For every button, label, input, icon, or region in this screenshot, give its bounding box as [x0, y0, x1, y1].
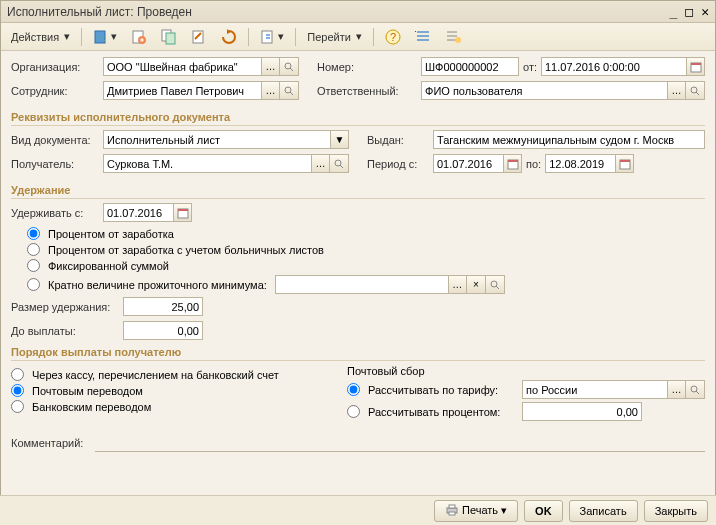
issued-input[interactable] [433, 130, 705, 149]
calendar-icon [619, 158, 631, 170]
calendar-icon [690, 61, 702, 73]
period-label: Период с: [367, 158, 429, 170]
responsible-input[interactable] [421, 81, 667, 100]
radio-tariff[interactable] [347, 383, 360, 396]
employee-label: Сотрудник: [11, 85, 99, 97]
svg-rect-9 [415, 31, 416, 32]
employee-input[interactable] [103, 81, 261, 100]
kind-dropdown-button[interactable]: ▼ [330, 130, 349, 149]
ok-button[interactable]: OK [524, 500, 563, 522]
radio-percent[interactable] [27, 227, 40, 240]
close-window-button[interactable]: ✕ [701, 4, 709, 19]
org-input[interactable] [103, 57, 261, 76]
calendar-icon [177, 207, 189, 219]
actions-label: Действия [11, 31, 59, 43]
tb-list-button[interactable] [409, 26, 437, 48]
svg-rect-26 [449, 505, 455, 508]
tb-basedon-button[interactable] [185, 26, 213, 48]
kind-input[interactable] [103, 130, 330, 149]
until-label: До выплаты: [11, 325, 119, 337]
write-button[interactable]: Записать [569, 500, 638, 522]
multiple-clear-button[interactable]: × [467, 275, 486, 294]
radio-fixed-label: Фиксированной суммой [48, 260, 169, 272]
responsible-select-button[interactable]: … [667, 81, 686, 100]
radio-multiple[interactable] [27, 278, 40, 291]
radio-multiple-label: Кратно величине прожиточного минимума: [48, 279, 267, 291]
recipient-label: Получатель: [11, 158, 99, 170]
recipient-input[interactable] [103, 154, 311, 173]
toolbar: Действия ▾ ▾ ▾ Перейти ▾ ? [1, 23, 715, 51]
issued-label: Выдан: [367, 134, 429, 146]
date-input[interactable] [541, 57, 686, 76]
size-label: Размер удержания: [11, 301, 119, 313]
size-input[interactable] [123, 297, 203, 316]
comment-label: Комментарий: [11, 437, 91, 449]
comment-input[interactable] [95, 434, 705, 452]
tb-refresh-button[interactable] [215, 26, 243, 48]
maximize-button[interactable]: □ [685, 4, 693, 19]
tariff-input[interactable] [522, 380, 667, 399]
withhold-from-label: Удерживать с: [11, 207, 99, 219]
radio-fixed[interactable] [27, 259, 40, 272]
recipient-search-button[interactable] [330, 154, 349, 173]
docreq-section-header: Реквизиты исполнительного документа [11, 111, 705, 126]
calendar-icon [507, 158, 519, 170]
window-controls: _ □ ✕ [670, 4, 709, 19]
radio-percent-sick[interactable] [27, 243, 40, 256]
multiple-select-button[interactable]: … [448, 275, 467, 294]
radio-post[interactable] [11, 384, 24, 397]
recipient-select-button[interactable]: … [311, 154, 330, 173]
svg-point-10 [455, 37, 461, 43]
radio-percent-label: Процентом от заработка [48, 228, 174, 240]
radio-percent-sick-label: Процентом от заработка с учетом больничн… [48, 244, 324, 256]
tb-settings-button[interactable] [439, 26, 467, 48]
number-input[interactable] [421, 57, 519, 76]
radio-cash[interactable] [11, 368, 24, 381]
radio-post-label: Почтовым переводом [32, 385, 143, 397]
percent-fee-input[interactable] [522, 402, 642, 421]
period-to-label: по: [526, 158, 541, 170]
radio-percent-fee-label: Рассчитывать процентом: [368, 406, 518, 418]
radio-bank[interactable] [11, 400, 24, 413]
actions-menu[interactable]: Действия ▾ [5, 27, 76, 46]
date-calendar-button[interactable] [686, 57, 705, 76]
responsible-search-button[interactable] [686, 81, 705, 100]
help-button[interactable]: ? [379, 26, 407, 48]
svg-rect-0 [95, 31, 105, 43]
radio-percent-fee[interactable] [347, 405, 360, 418]
svg-text:?: ? [390, 31, 396, 43]
period-to-input[interactable] [545, 154, 615, 173]
goto-menu[interactable]: Перейти ▾ [301, 27, 368, 46]
until-input[interactable] [123, 321, 203, 340]
withhold-from-input[interactable] [103, 203, 173, 222]
multiple-search-button[interactable] [486, 275, 505, 294]
kind-label: Вид документа: [11, 134, 99, 146]
titlebar: Исполнительный лист: Проведен _ □ ✕ [1, 1, 715, 23]
print-button[interactable]: Печать ▾ [434, 500, 518, 522]
goto-label: Перейти [307, 31, 351, 43]
minimize-button[interactable]: _ [670, 4, 678, 19]
print-label: Печать [462, 504, 498, 516]
employee-select-button[interactable]: … [261, 81, 280, 100]
radio-tariff-label: Рассчитывать по тарифу: [368, 384, 518, 396]
employee-search-button[interactable] [280, 81, 299, 100]
tb-post-button[interactable]: ▾ [87, 26, 123, 48]
footer: Печать ▾ OK Записать Закрыть [0, 495, 716, 525]
org-select-button[interactable]: … [261, 57, 280, 76]
close-button[interactable]: Закрыть [644, 500, 708, 522]
period-to-calendar[interactable] [615, 154, 634, 173]
fee-label: Почтовый сбор [347, 365, 705, 377]
org-search-button[interactable] [280, 57, 299, 76]
withhold-from-calendar[interactable] [173, 203, 192, 222]
org-label: Организация: [11, 61, 99, 73]
tariff-select-button[interactable]: … [667, 380, 686, 399]
tariff-search-button[interactable] [686, 380, 705, 399]
tb-structure-button[interactable]: ▾ [254, 26, 290, 48]
period-from-input[interactable] [433, 154, 503, 173]
tb-copy-button[interactable] [155, 26, 183, 48]
period-from-calendar[interactable] [503, 154, 522, 173]
svg-rect-18 [508, 160, 518, 162]
tb-unpost-button[interactable] [125, 26, 153, 48]
date-from-label: от: [523, 61, 537, 73]
svg-rect-4 [166, 33, 175, 44]
